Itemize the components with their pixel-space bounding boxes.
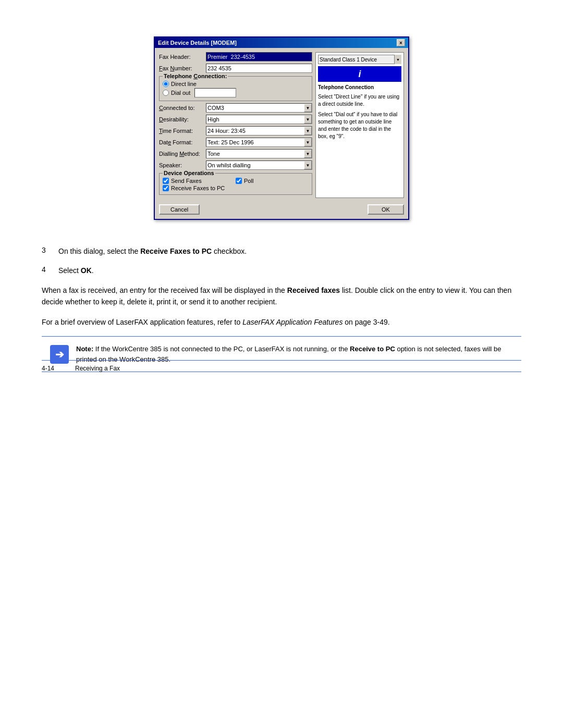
dialling-method-row: Dialling Method: Tone ▼: [159, 149, 312, 158]
connected-to-select-wrapper: COM3 ▼: [206, 103, 312, 113]
desirability-row: Desirability: High ▼: [159, 115, 312, 124]
footer-title: Receiving a Fax: [75, 365, 120, 372]
time-format-select-wrapper: 24 Hour: 23:45 ▼: [206, 126, 312, 135]
dialog-buttons-area: Cancel OK: [155, 202, 408, 219]
footer: 4-14 Receiving a Fax: [42, 360, 521, 372]
date-format-select-wrapper: Text: 25 Dec 1996 ▼: [206, 138, 312, 147]
date-format-row: Date Format: Text: 25 Dec 1996 ▼: [159, 138, 312, 147]
step-4-number: 4: [42, 265, 52, 274]
send-faxes-checkbox[interactable]: [163, 178, 169, 184]
step-4-text: Select OK.: [58, 265, 94, 276]
body-paragraph-2: For a brief overview of LaserFAX applica…: [42, 316, 521, 328]
dialog-titlebar: Edit Device Details [MODEM] ×: [155, 38, 408, 48]
note-label: Note:: [76, 345, 93, 353]
speaker-select-wrapper: On whilst dialling ▼: [206, 161, 312, 170]
received-faxes-bold: Received faxes: [287, 286, 340, 294]
step-3-number: 3: [42, 246, 52, 254]
connected-to-label: Connected to:: [159, 105, 206, 111]
direct-line-radio[interactable]: [163, 81, 169, 87]
dial-out-radio[interactable]: [163, 90, 169, 96]
step-4: 4 Select OK.: [42, 265, 521, 276]
step-4-bold: OK: [81, 266, 92, 275]
speaker-label: Speaker:: [159, 162, 206, 168]
poll-checkbox-row: Poll: [236, 178, 309, 184]
right-panel-device-row: Standard Class 1 Device ▼: [318, 55, 401, 64]
fax-header-label: Fax Header:: [159, 54, 206, 60]
step-3-bold: Receive Faxes to PC: [140, 247, 212, 255]
right-panel-title: Telephone Connection: [318, 84, 401, 91]
dialog-right-panel: Standard Class 1 Device ▼ i Telephone Co…: [315, 52, 404, 198]
send-faxes-label: Send Faxes: [171, 178, 202, 184]
receive-faxes-label: Receive Faxes to PC: [171, 185, 225, 191]
receive-faxes-checkbox-row: Receive Faxes to PC: [163, 185, 236, 191]
fax-header-row: Fax Header:: [159, 52, 312, 61]
dialog-title: Edit Device Details [MODEM]: [158, 40, 237, 46]
time-format-label: Time Format:: [159, 128, 206, 134]
step-3: 3 On this dialog, select the Receive Fax…: [42, 246, 521, 257]
send-faxes-checkbox-row: Send Faxes: [163, 178, 236, 184]
receive-to-pc-bold: Receive to PC: [350, 345, 395, 353]
dialling-method-select[interactable]: Tone: [206, 149, 312, 158]
dial-out-input[interactable]: [194, 88, 236, 97]
right-panel-para2: Select "Dial out" if you have to dial so…: [318, 111, 401, 140]
dialog-body: Fax Header: Fax Number: Telephone Connec…: [155, 48, 408, 202]
right-panel-para1: Select "Direct Line" if you are using a …: [318, 93, 401, 108]
body-paragraph-1: When a fax is received, an entry for the…: [42, 285, 521, 308]
fax-number-row: Fax Number:: [159, 64, 312, 73]
fax-header-input[interactable]: [206, 52, 312, 61]
fax-number-input[interactable]: [206, 64, 312, 73]
ok-button[interactable]: OK: [368, 204, 404, 215]
date-format-select[interactable]: Text: 25 Dec 1996: [206, 138, 312, 147]
close-button[interactable]: ×: [397, 39, 405, 46]
connected-to-row: Connected to: COM3 ▼: [159, 103, 312, 113]
direct-line-label: Direct line: [171, 81, 197, 87]
dialog-screenshot-area: Edit Device Details [MODEM] × Fax Header…: [42, 21, 521, 230]
dialling-method-label: Dialling Method:: [159, 151, 206, 157]
cancel-button[interactable]: Cancel: [159, 204, 200, 215]
time-format-row: Time Format: 24 Hour: 23:45 ▼: [159, 126, 312, 135]
poll-label: Poll: [244, 178, 253, 184]
dial-out-label: Dial out: [171, 90, 190, 96]
fax-number-label: Fax Number:: [159, 65, 206, 71]
dial-out-radio-row: Dial out: [163, 88, 309, 97]
device-type-select[interactable]: Standard Class 1 Device: [318, 55, 401, 64]
laserfax-italic: LaserFAX Application Features: [242, 318, 342, 326]
poll-checkbox[interactable]: [236, 178, 242, 184]
footer-page-num: 4-14: [42, 365, 54, 372]
desirability-select-wrapper: High ▼: [206, 115, 312, 124]
date-format-label: Date Format:: [159, 139, 206, 145]
device-operations-section: Device Operations Send Faxes Poll: [159, 173, 312, 195]
right-panel-help-text: Telephone Connection Select "Direct Line…: [318, 84, 401, 140]
telephone-connection-section: Telephone Connection: Direct line Dial o…: [159, 76, 312, 101]
info-icon: i: [318, 66, 401, 82]
speaker-row: Speaker: On whilst dialling ▼: [159, 161, 312, 170]
dialling-method-select-wrapper: Tone ▼: [206, 149, 312, 158]
receive-faxes-checkbox[interactable]: [163, 185, 169, 191]
telephone-connection-legend: Telephone Connection:: [163, 73, 228, 79]
dialog-left-panel: Fax Header: Fax Number: Telephone Connec…: [159, 52, 312, 198]
speaker-select[interactable]: On whilst dialling: [206, 161, 312, 170]
direct-line-radio-row: Direct line: [163, 81, 309, 87]
connected-to-select[interactable]: COM3: [206, 103, 312, 113]
edit-device-dialog: Edit Device Details [MODEM] × Fax Header…: [154, 36, 409, 220]
desirability-select[interactable]: High: [206, 115, 312, 124]
device-ops-legend: Device Operations: [163, 170, 215, 176]
desirability-label: Desirability:: [159, 116, 206, 122]
time-format-select[interactable]: 24 Hour: 23:45: [206, 126, 312, 135]
step-3-text: On this dialog, select the Receive Faxes…: [58, 246, 247, 257]
